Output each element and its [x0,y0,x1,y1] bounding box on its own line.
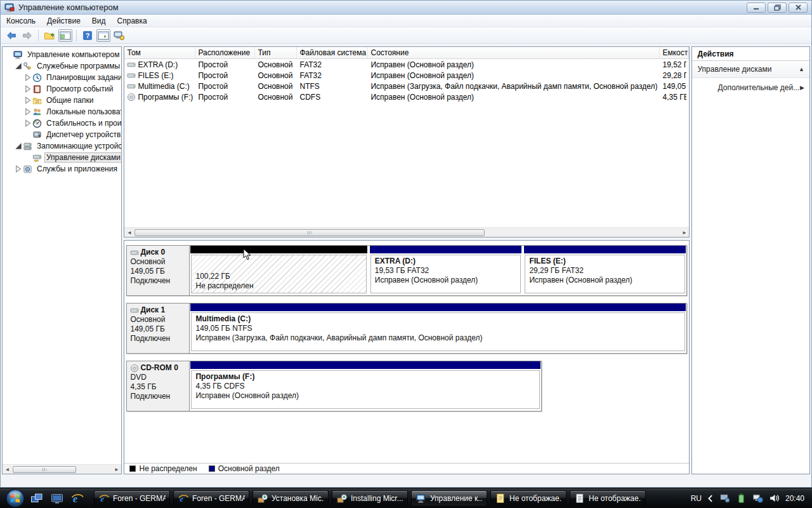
tree-item-управление-дисками[interactable]: Управление дисками [4,152,121,163]
column-header-файловая-система[interactable]: Файловая система [297,47,368,58]
taskbar-button-foren-germa[interactable]: eForen - GERMA... [173,490,249,506]
start-button[interactable] [5,488,25,508]
column-header-тип[interactable]: Тип [255,47,297,58]
tree-horizontal-scrollbar[interactable]: ◄ ► [3,464,121,474]
partition-info: FILES (E:)29,29 ГБ FAT32Исправен (Основн… [525,255,685,293]
tree-item-локальные-пользовате[interactable]: Локальные пользовате [4,106,121,117]
volume-icon[interactable] [769,493,780,504]
volume-row-extra-d[interactable]: EXTRA (D:)ПростойОсновнойFAT32Исправен (… [124,59,689,70]
volume-row-files-e[interactable]: FILES (E:)ПростойОсновнойFAT32Исправен (… [124,70,689,81]
legend-swatch [129,465,136,472]
column-header-емкость[interactable]: Емкость [660,47,689,58]
help-icon[interactable]: ? [81,29,95,42]
partition-unallocated[interactable]: 100,22 ГБНе распределен [190,246,367,295]
partition-extra-d[interactable]: EXTRA (D:)19,53 ГБ FAT32Исправен (Основн… [370,246,522,295]
disk-name: CD-ROM 0 [130,363,188,373]
tree-item-общие-папки[interactable]: 23Общие папки [4,95,121,106]
volume-row-программы-f[interactable]: Программы (F:)ПростойОсновнойCDFSИсправе… [124,91,689,102]
menu-item-действие[interactable]: Действие [41,15,86,27]
disk-label-диск-1[interactable]: Диск 1Основной149,05 ГБПодключен [127,304,190,353]
disk-label-line: Подключен [130,276,188,286]
menu-item-справка[interactable]: Справка [112,15,153,27]
disk-name: Диск 0 [130,248,188,257]
tree-item-управление-компьютером-л[interactable]: Управление компьютером (л [4,49,121,60]
scrollbar-thumb[interactable] [13,466,76,473]
tree-item-служебные-программы[interactable]: Служебные программы [4,60,121,72]
disk-label-cd-rom-0[interactable]: CD-ROM 0DVD4,35 ГБПодключен [127,361,190,411]
partition-files-e[interactable]: FILES (E:)29,29 ГБ FAT32Исправен (Основн… [524,246,686,295]
expander-icon[interactable] [24,74,32,81]
partition-legend: Не распределенОсновной раздел [124,463,689,474]
tree-item-службы-и-приложения[interactable]: Службы и приложения [4,163,121,175]
computer-properties-icon[interactable] [112,29,126,42]
taskbar: e eForen - GERMA...eForen - GERMA...Уста… [0,488,812,508]
actions-group-disk-management[interactable]: Управление дисками ▲ [692,61,809,78]
internet-explorer-icon[interactable]: e [70,491,85,506]
tree-item-запоминающие-устройст[interactable]: Запоминающие устройст [4,140,121,152]
scrollbar-thumb[interactable] [134,229,485,236]
minimize-button[interactable] [747,3,766,13]
console-tree-pane: Управление компьютером (лСлужебные прогр… [2,46,122,474]
scroll-left-arrow[interactable]: ◄ [124,228,134,237]
volume-cell: Простой [195,82,255,91]
forward-arrow-icon[interactable] [20,29,34,42]
partition-multimedia-c[interactable]: Multimedia (C:)149,05 ГБ NTFSИсправен (З… [190,304,686,353]
expander-icon[interactable] [24,108,32,116]
svg-text:?: ? [86,32,90,39]
language-indicator[interactable]: RU [691,494,702,503]
partition-info: EXTRA (D:)19,53 ГБ FAT32Исправен (Основн… [370,255,521,293]
volume-horizontal-scrollbar[interactable]: ◄ ► [124,227,689,237]
taskbar-button-управление-к[interactable]: Управление к... [411,490,487,506]
collapse-group-icon[interactable]: ▲ [799,66,804,72]
tree-item-просмотр-событий[interactable]: Просмотр событий [4,83,121,95]
expander-icon[interactable] [15,165,22,173]
expander-icon[interactable] [15,142,22,150]
actions-more-actions[interactable]: Дополнительные дей... ▶ [692,78,809,97]
scroll-right-arrow[interactable]: ► [679,228,689,237]
scroll-right-arrow[interactable]: ► [112,465,121,474]
close-button[interactable] [789,3,808,13]
taskbar-button-foren-germa[interactable]: eForen - GERMA... [94,490,170,506]
tree-item-диспетчер-устройств[interactable]: Диспетчер устройств [4,129,121,140]
volume-disk-icon [127,71,136,80]
battery-icon[interactable] [736,493,747,504]
show-console-tree-icon[interactable] [58,29,72,42]
expander-icon[interactable] [24,97,32,104]
action-center-icon[interactable] [719,493,730,504]
column-header-состояние[interactable]: Состояние [368,47,660,58]
restore-button[interactable] [768,3,787,13]
disk-label-диск-0[interactable]: Диск 0Основной149,05 ГБПодключен [127,246,190,295]
actions-pane-title: Действия [692,47,809,61]
expander-icon[interactable] [24,119,32,127]
partition-info: Программы (F:)4,35 ГБ CDFSИсправен (Осно… [191,370,539,409]
hidden-icons-chevron-icon[interactable] [707,495,714,502]
network-icon[interactable] [752,493,763,504]
column-header-расположение[interactable]: Расположение [195,47,255,58]
disk-row-диск-1: Диск 1Основной149,05 ГБПодключенMultimed… [126,303,687,354]
tree-item-label: Управление дисками [45,153,122,162]
volume-row-multimedia-c[interactable]: Multimedia (C:)ПростойОсновнойNTFSИсправ… [124,81,689,91]
clock[interactable]: 20:40 [785,494,804,503]
scroll-left-arrow[interactable]: ◄ [3,465,12,474]
taskbar-button-не-отображае[interactable]: Не отображае... [490,490,566,506]
export-list-icon[interactable] [43,29,56,42]
column-header-том[interactable]: Том [124,47,195,58]
taskbar-button-не-отображае[interactable]: Не отображае... [570,490,646,506]
show-action-pane-icon[interactable] [96,29,110,42]
title-bar[interactable]: Управление компьютером [1,1,811,15]
back-arrow-icon[interactable] [4,29,18,42]
tree-item-планировщик-заданий[interactable]: Планировщик заданий [4,72,121,83]
taskbar-button-installing-micr[interactable]: Installing Micr... [332,490,408,506]
partition-программы-f[interactable]: Программы (F:)4,35 ГБ CDFSИсправен (Осно… [190,361,540,411]
partition-line: Исправен (Основной раздел) [375,276,517,285]
toolbar: ? [1,27,811,44]
tree-item-стабильность-и-произ[interactable]: Стабильность и произ [4,117,121,129]
show-desktop-icon[interactable] [49,491,65,506]
expander-icon[interactable] [24,85,32,93]
window-switcher-icon[interactable] [29,491,44,506]
expander-icon[interactable] [15,62,22,70]
volume-cell: CDFS [297,93,368,102]
menu-item-консоль[interactable]: Консоль [1,15,41,27]
taskbar-button-установка-mic[interactable]: Установка Mic... [252,490,329,506]
menu-item-вид[interactable]: Вид [86,15,112,27]
